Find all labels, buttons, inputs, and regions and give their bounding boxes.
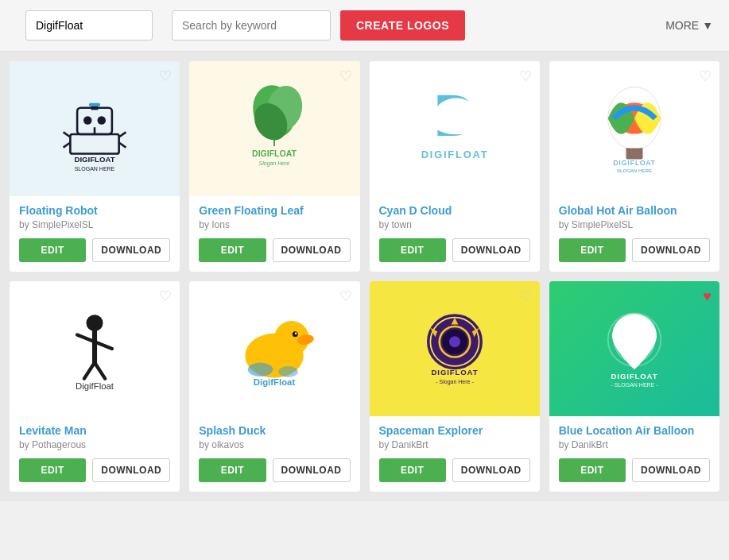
svg-point-54: [449, 336, 460, 347]
download-button[interactable]: DOWNLOAD: [92, 458, 170, 482]
logo-image: DIGIFLOAT Slogan Here: [189, 61, 359, 196]
svg-point-45: [279, 366, 299, 377]
svg-text:DIGIFLOAT: DIGIFLOAT: [611, 372, 657, 380]
download-button[interactable]: DOWNLOAD: [273, 458, 351, 482]
card-author: by Ions: [199, 219, 350, 230]
svg-text:DigifFloat: DigifFloat: [76, 381, 114, 391]
svg-line-34: [77, 335, 95, 342]
svg-point-23: [432, 111, 479, 134]
card-actions: EDIT DOWNLOAD: [199, 238, 350, 262]
card-actions: EDIT DOWNLOAD: [19, 458, 170, 482]
edit-button[interactable]: EDIT: [19, 458, 86, 482]
svg-text:- SLOGAN HERE -: - SLOGAN HERE -: [611, 382, 658, 388]
card-image-wrap: ♡ DIGIFLOAT - Slogan Here -: [370, 281, 540, 416]
card-actions: EDIT DOWNLOAD: [379, 458, 530, 482]
card-image-wrap: ♡ DigifFloat: [189, 281, 359, 416]
logo-image: D DIGIFLOAT: [370, 61, 540, 196]
card-title: Splash Duck: [199, 424, 350, 437]
svg-text:- Slogan Here -: - Slogan Here -: [436, 379, 474, 385]
favorite-icon[interactable]: ♡: [159, 69, 172, 83]
card-body: Blue Location Air Balloon by DanikBrt ED…: [549, 416, 719, 492]
logo-image: DigifFloat: [189, 281, 359, 416]
edit-button[interactable]: EDIT: [379, 238, 446, 262]
svg-text:Slogan Here: Slogan Here: [259, 160, 290, 167]
logo-image: DIGIFLOAT - SLOGAN HERE -: [549, 281, 719, 416]
card-image-wrap: ♡ DIGIFLOAT SLOGAN HERE: [549, 61, 719, 196]
card-author: by DanikBrt: [379, 439, 530, 450]
card-author: by SimplePixelSL: [559, 219, 710, 230]
create-logos-button[interactable]: CREATE LOGOS: [340, 10, 465, 41]
card-author: by SimplePixelSL: [19, 219, 170, 230]
download-button[interactable]: DOWNLOAD: [632, 458, 710, 482]
logo-card: ♡ DIGIFLOAT Slogan Here Green Floating L…: [189, 61, 359, 272]
card-body: Spaceman Explorer by DanikBrt EDIT DOWNL…: [370, 416, 540, 492]
svg-line-7: [64, 132, 71, 137]
card-body: Cyan D Cloud by town EDIT DOWNLOAD: [370, 196, 540, 272]
svg-point-43: [295, 332, 297, 334]
card-image-wrap: ♡ D DIGIFLOAT: [370, 61, 540, 196]
svg-point-32: [87, 315, 103, 331]
svg-text:SLOGAN HERE: SLOGAN HERE: [75, 166, 115, 172]
svg-line-36: [84, 363, 95, 379]
download-button[interactable]: DOWNLOAD: [632, 238, 710, 262]
keywords-input[interactable]: [172, 10, 331, 41]
logo-image: DIGIFLOAT SLOGAN HERE: [549, 61, 719, 196]
card-body: Splash Duck by olkavos EDIT DOWNLOAD: [189, 416, 359, 492]
logo-card: ♥ DIGIFLOAT - SLOGAN HERE - Blue Locatio…: [549, 281, 719, 492]
edit-button[interactable]: EDIT: [379, 458, 446, 482]
svg-point-44: [248, 363, 273, 377]
favorite-icon[interactable]: ♡: [159, 289, 172, 303]
favorite-icon[interactable]: ♡: [519, 69, 532, 83]
logo-image: DIGIFLOAT SLOGAN HERE: [10, 61, 180, 196]
svg-line-35: [95, 342, 112, 349]
svg-point-1: [83, 116, 92, 125]
card-body: Global Hot Air Balloon by SimplePixelSL …: [549, 196, 719, 272]
header: CREATE LOGOS MORE ▼: [0, 0, 729, 52]
logo-image: DIGIFLOAT - Slogan Here -: [370, 281, 540, 416]
card-actions: EDIT DOWNLOAD: [559, 238, 710, 262]
logo-card: ♡ DIGIFLOAT SLOGAN HERE Floating Robot b…: [10, 61, 180, 272]
logo-card: ♡ DIGIFLOAT SLOGAN HERE Global Hot Air B…: [549, 61, 719, 272]
edit-button[interactable]: EDIT: [199, 238, 266, 262]
card-title: Global Hot Air Balloon: [559, 204, 710, 217]
logo-card: ♡ D DIGIFLOAT Cyan D Cloud by town EDIT …: [370, 61, 540, 272]
svg-text:DigifFloat: DigifFloat: [254, 377, 296, 387]
svg-text:DIGIFLOAT: DIGIFLOAT: [431, 368, 478, 377]
card-author: by DanikBrt: [559, 439, 710, 450]
svg-text:DIGIFLOAT: DIGIFLOAT: [613, 159, 655, 167]
card-image-wrap: ♥ DIGIFLOAT - SLOGAN HERE -: [549, 281, 719, 416]
download-button[interactable]: DOWNLOAD: [452, 238, 530, 262]
download-button[interactable]: DOWNLOAD: [92, 238, 170, 262]
favorite-icon[interactable]: ♡: [699, 69, 712, 83]
edit-button[interactable]: EDIT: [559, 238, 626, 262]
svg-point-62: [629, 324, 640, 333]
card-title: Green Floating Leaf: [199, 204, 350, 217]
download-button[interactable]: DOWNLOAD: [452, 458, 530, 482]
favorite-icon[interactable]: ♡: [519, 289, 532, 303]
svg-text:DIGIFLOAT: DIGIFLOAT: [252, 149, 297, 158]
card-body: Floating Robot by SimplePixelSL EDIT DOW…: [10, 196, 180, 272]
svg-rect-26: [626, 149, 642, 160]
more-button[interactable]: MORE ▼: [665, 19, 713, 32]
svg-line-9: [119, 132, 126, 137]
card-title: Levitate Man: [19, 424, 170, 437]
favorite-icon[interactable]: ♥: [703, 289, 712, 303]
logo-card: ♡ DigifFloat Splash Duck by olkavos EDIT…: [189, 281, 359, 492]
card-author: by town: [379, 219, 530, 230]
edit-button[interactable]: EDIT: [19, 238, 86, 262]
favorite-icon[interactable]: ♡: [339, 289, 352, 303]
svg-line-37: [95, 363, 105, 379]
edit-button[interactable]: EDIT: [559, 458, 626, 482]
card-image-wrap: ♡ DigifFloat: [10, 281, 180, 416]
logo-grid: ♡ DIGIFLOAT SLOGAN HERE Floating Robot b…: [0, 52, 729, 501]
svg-text:DIGIFLOAT: DIGIFLOAT: [75, 155, 115, 164]
more-label: MORE: [665, 19, 699, 32]
download-button[interactable]: DOWNLOAD: [273, 238, 351, 262]
edit-button[interactable]: EDIT: [199, 458, 266, 482]
card-actions: EDIT DOWNLOAD: [379, 238, 530, 262]
favorite-icon[interactable]: ♡: [339, 69, 352, 83]
card-body: Levitate Man by Pothagerous EDIT DOWNLOA…: [10, 416, 180, 492]
svg-text:SLOGAN HERE: SLOGAN HERE: [617, 168, 652, 173]
svg-text:DIGIFLOAT: DIGIFLOAT: [421, 149, 488, 160]
business-name-input[interactable]: [25, 10, 153, 41]
